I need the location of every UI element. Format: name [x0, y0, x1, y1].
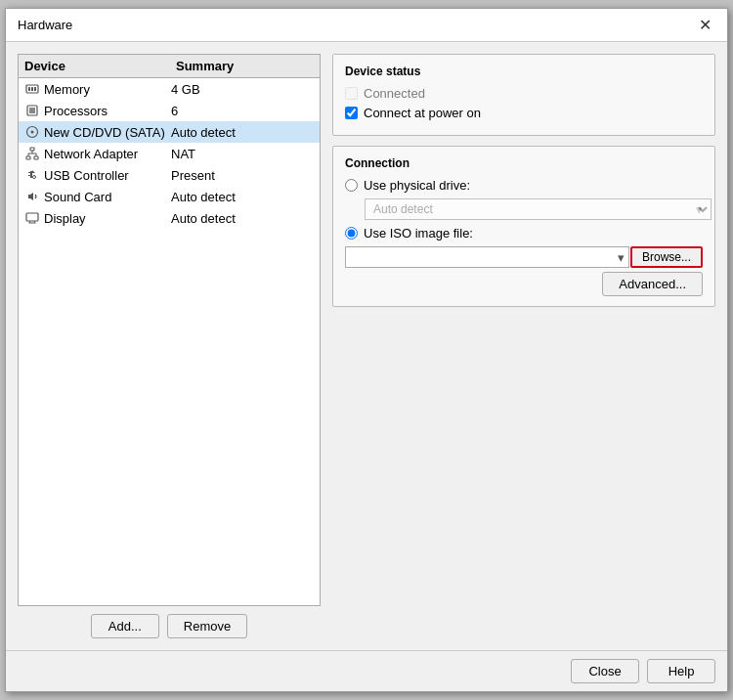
main-content: Device Summary Memory 4 GB Processors — [6, 42, 727, 650]
device-summary: 4 GB — [171, 82, 314, 97]
connection-section: Connection Use physical drive: Auto dete… — [332, 146, 715, 307]
table-row[interactable]: USB Controller Present — [19, 164, 320, 186]
usb-icon — [24, 167, 40, 183]
svg-rect-1 — [28, 87, 30, 91]
connection-title: Connection — [345, 156, 703, 170]
right-panel: Device status Connected Connect at power… — [332, 54, 715, 638]
device-name: Display — [44, 211, 171, 226]
use-iso-label: Use ISO image file: — [364, 226, 473, 241]
table-row[interactable]: Memory 4 GB — [19, 78, 320, 100]
connected-row: Connected — [345, 86, 703, 101]
svg-rect-10 — [34, 156, 38, 159]
advanced-row: Advanced... — [345, 272, 703, 296]
cpu-icon — [24, 103, 40, 118]
device-name: Processors — [44, 104, 171, 118]
device-name: New CD/DVD (SATA) — [44, 125, 171, 140]
connected-label: Connected — [364, 86, 425, 101]
auto-detect-select[interactable]: Auto detect — [365, 198, 711, 220]
svg-rect-8 — [30, 148, 34, 151]
iso-file-input[interactable] — [345, 246, 629, 268]
sound-icon — [24, 189, 40, 204]
left-buttons: Add... Remove — [18, 614, 321, 638]
left-panel: Device Summary Memory 4 GB Processors — [18, 54, 321, 638]
device-status-section: Device status Connected Connect at power… — [332, 54, 715, 136]
network-icon — [24, 146, 40, 161]
close-icon[interactable]: ✕ — [694, 15, 715, 36]
use-iso-radio[interactable] — [345, 227, 358, 240]
col-device-header: Device — [24, 59, 176, 73]
svg-rect-17 — [26, 213, 38, 221]
remove-button[interactable]: Remove — [167, 614, 247, 638]
device-table: Device Summary Memory 4 GB Processors — [18, 54, 321, 606]
device-name: Memory — [44, 82, 171, 97]
table-row[interactable]: Display Auto detect — [19, 207, 320, 229]
svg-rect-9 — [26, 156, 30, 159]
browse-button[interactable]: Browse... — [630, 246, 703, 268]
svg-point-15 — [33, 176, 36, 179]
auto-detect-row: Auto detect ▾ — [345, 198, 703, 220]
help-button[interactable]: Help — [647, 659, 715, 683]
connected-checkbox[interactable] — [345, 87, 358, 100]
device-summary: Present — [171, 168, 314, 183]
title-bar: Hardware ✕ — [6, 9, 727, 42]
ram-icon — [24, 81, 40, 97]
table-row[interactable]: Sound Card Auto detect — [19, 186, 320, 207]
use-physical-row: Use physical drive: — [345, 178, 703, 193]
svg-rect-5 — [29, 108, 35, 113]
table-row[interactable]: Network Adapter NAT — [19, 143, 320, 164]
col-summary-header: Summary — [176, 59, 314, 73]
device-name: USB Controller — [44, 168, 171, 183]
device-summary: Auto detect — [171, 125, 314, 140]
advanced-button[interactable]: Advanced... — [602, 272, 703, 296]
use-physical-radio[interactable] — [345, 179, 358, 192]
dialog-title: Hardware — [18, 18, 72, 32]
device-name: Network Adapter — [44, 147, 171, 161]
use-physical-label: Use physical drive: — [364, 178, 470, 193]
svg-rect-3 — [34, 87, 36, 91]
iso-file-row: ▾ Browse... — [345, 246, 703, 268]
footer-bar: Close Help — [6, 650, 727, 691]
svg-rect-2 — [31, 87, 33, 91]
connect-power-checkbox[interactable] — [345, 107, 358, 119]
device-summary: Auto detect — [171, 190, 314, 204]
device-summary: NAT — [171, 147, 314, 161]
display-icon — [24, 210, 40, 226]
dialog-close-button[interactable]: Close — [571, 659, 639, 683]
svg-marker-16 — [28, 193, 33, 200]
table-header: Device Summary — [19, 55, 320, 78]
device-summary: Auto detect — [171, 211, 314, 226]
dvd-icon — [24, 124, 40, 140]
table-row-dvd[interactable]: New CD/DVD (SATA) Auto detect — [19, 121, 320, 143]
use-iso-row: Use ISO image file: — [345, 226, 703, 241]
hardware-dialog: Hardware ✕ Device Summary Memory 4 GB — [5, 8, 728, 692]
add-button[interactable]: Add... — [91, 614, 159, 638]
table-row[interactable]: Processors 6 — [19, 100, 320, 121]
device-status-title: Device status — [345, 65, 703, 78]
connect-power-label: Connect at power on — [364, 106, 481, 120]
connect-power-row: Connect at power on — [345, 106, 703, 120]
svg-point-7 — [31, 131, 34, 134]
device-summary: 6 — [171, 104, 314, 118]
device-name: Sound Card — [44, 190, 171, 204]
